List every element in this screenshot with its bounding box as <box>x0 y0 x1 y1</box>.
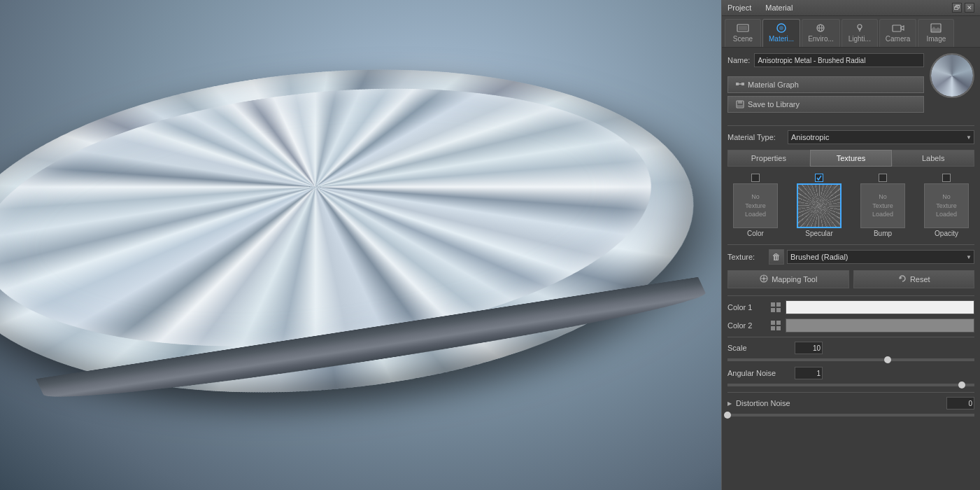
image-icon <box>929 22 943 34</box>
svg-rect-28 <box>776 308 781 312</box>
distortion-noise-slider-thumb[interactable] <box>724 412 731 419</box>
color-texture-label: Color <box>747 230 764 237</box>
material-graph-button[interactable]: Material Graph <box>727 76 924 93</box>
color2-grid-icon[interactable] <box>770 320 781 331</box>
subtab-labels[interactable]: Labels <box>892 150 974 167</box>
bump-texture-preview[interactable]: NoTextureLoaded <box>860 183 905 228</box>
close-button[interactable]: ✕ <box>965 3 974 13</box>
distortion-noise-label: Distortion Noise <box>736 399 790 407</box>
tab-scene-label: Scene <box>733 35 753 43</box>
tab-environment[interactable]: Enviro... <box>802 19 840 47</box>
name-label: Name: <box>727 56 750 64</box>
subtab-properties[interactable]: Properties <box>727 150 810 167</box>
texture-row-label: Texture: <box>727 253 766 261</box>
tab-material[interactable]: Materi... <box>762 19 800 47</box>
svg-rect-10 <box>893 25 901 31</box>
material-panel: Project Material 🗗 ✕ Scene <box>721 0 980 490</box>
tab-lighting[interactable]: Lighti... <box>841 19 878 47</box>
distortion-noise-slider-track[interactable] <box>727 414 974 416</box>
scale-label: Scale <box>727 344 790 352</box>
tab-camera-label: Camera <box>886 35 911 43</box>
divider-4 <box>727 337 974 337</box>
svg-rect-15 <box>741 83 744 85</box>
opacity-texture-label: Opacity <box>935 230 958 237</box>
panel-project-label: Project <box>727 4 751 12</box>
color2-label: Color 2 <box>727 321 766 330</box>
divider-3 <box>727 295 974 296</box>
reset-icon <box>897 274 907 285</box>
svg-rect-19 <box>737 105 743 107</box>
subtab-bar: Properties Textures Labels <box>727 150 974 167</box>
opacity-checkbox[interactable] <box>942 174 951 182</box>
panel-material-label: Material <box>765 4 793 12</box>
texture-delete-button[interactable]: 🗑 <box>769 249 784 265</box>
mapping-tool-icon <box>759 274 769 285</box>
svg-point-3 <box>779 26 783 30</box>
color1-grid-icon[interactable] <box>770 302 781 313</box>
subtab-textures[interactable]: Textures <box>810 150 893 167</box>
distortion-noise-slider-row <box>727 414 974 416</box>
scene-icon <box>736 22 750 34</box>
texture-slot-bump: NoTextureLoaded Bump <box>855 174 911 237</box>
viewport <box>0 0 721 490</box>
svg-rect-30 <box>776 321 781 325</box>
color2-swatch[interactable] <box>786 318 974 332</box>
tab-scene[interactable]: Scene <box>725 19 761 47</box>
color1-swatch[interactable] <box>786 300 974 314</box>
angular-noise-slider-track[interactable] <box>727 384 974 386</box>
restore-button[interactable]: 🗗 <box>952 3 962 13</box>
color1-row: Color 1 <box>727 300 974 314</box>
color-checkbox-row <box>727 174 783 182</box>
material-preview-thumb[interactable] <box>930 53 974 98</box>
name-input[interactable] <box>754 53 924 67</box>
tab-image[interactable]: Image <box>918 19 954 47</box>
svg-rect-8 <box>858 29 861 30</box>
svg-rect-27 <box>771 308 775 312</box>
bump-texture-label: Bump <box>874 230 892 237</box>
svg-rect-31 <box>771 326 775 330</box>
distortion-noise-value-input[interactable] <box>946 397 974 410</box>
panel-content: Name: Material Graph <box>722 48 980 490</box>
scale-slider-track[interactable] <box>727 358 974 361</box>
reset-button[interactable]: Reset <box>853 270 975 288</box>
opacity-texture-preview[interactable]: NoTextureLoaded <box>924 183 969 228</box>
scale-slider-thumb[interactable] <box>884 356 891 363</box>
angular-noise-value-input[interactable] <box>795 367 823 379</box>
opacity-checkbox-row <box>918 174 974 182</box>
distortion-noise-collapse-row[interactable]: ▶ Distortion Noise <box>727 397 974 410</box>
scale-row: Scale <box>727 342 974 354</box>
tab-image-label: Image <box>926 35 946 43</box>
svg-rect-29 <box>771 321 775 325</box>
collapse-arrow-icon: ▶ <box>727 400 732 407</box>
divider-5 <box>727 392 974 393</box>
texture-slot-specular: Specular <box>791 174 847 237</box>
svg-marker-24 <box>900 276 902 279</box>
material-type-select[interactable]: Anisotropic <box>788 130 974 144</box>
scale-value-input[interactable] <box>795 342 823 354</box>
mapping-tool-button[interactable]: Mapping Tool <box>727 270 849 288</box>
texture-slot-color: NoTextureLoaded Color <box>727 174 783 237</box>
divider-1 <box>727 125 974 126</box>
svg-marker-13 <box>931 27 941 32</box>
save-to-library-button[interactable]: Save to Library <box>727 96 924 113</box>
color-checkbox[interactable] <box>751 174 760 182</box>
svg-rect-32 <box>776 326 781 330</box>
action-buttons: Material Graph Save to Library <box>727 76 924 113</box>
bump-checkbox-row <box>855 174 911 182</box>
panel-header-title: Project Material <box>727 4 793 12</box>
texture-row: Texture: 🗑 Brushed (Radial) <box>727 249 974 265</box>
texture-select[interactable]: Brushed (Radial) <box>787 250 974 264</box>
color-texture-preview[interactable]: NoTextureLoaded <box>733 183 778 228</box>
specular-texture-preview[interactable] <box>797 183 841 228</box>
tab-camera[interactable]: Camera <box>879 19 917 47</box>
color1-label: Color 1 <box>727 303 766 312</box>
specular-texture-label: Specular <box>805 230 832 237</box>
specular-checkbox[interactable] <box>815 174 823 182</box>
tab-environment-label: Enviro... <box>808 35 834 43</box>
tab-material-label: Materi... <box>769 35 794 43</box>
texture-grid: NoTextureLoaded Color Specular <box>727 174 974 237</box>
bump-checkbox[interactable] <box>879 174 887 182</box>
angular-noise-slider-thumb[interactable] <box>958 382 965 388</box>
material-icon <box>774 22 788 34</box>
svg-point-7 <box>858 24 862 29</box>
